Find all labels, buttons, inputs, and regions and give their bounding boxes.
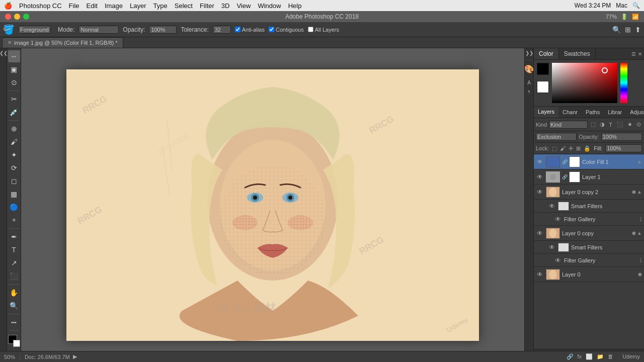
pen-tool[interactable]: ✒: [8, 231, 20, 243]
lock-artboard-icon[interactable]: ⊞: [576, 145, 581, 152]
more-tools[interactable]: •••: [8, 316, 20, 328]
search-icon[interactable]: 🔍: [612, 26, 621, 34]
menu-view[interactable]: View: [236, 2, 251, 10]
eyedropper-tool[interactable]: 💉: [8, 106, 20, 118]
menu-help[interactable]: Help: [288, 2, 302, 10]
statusbar-icon-5[interactable]: 🗑: [608, 353, 613, 360]
contiguous-label[interactable]: Contiguous: [269, 27, 304, 33]
statusbar-icon-4[interactable]: 📁: [597, 353, 604, 360]
blur-tool[interactable]: 🔵: [8, 201, 20, 213]
arrangement-icon[interactable]: ⊞: [625, 26, 631, 34]
tab-color[interactable]: Color: [534, 48, 559, 59]
lasso-tool[interactable]: ⊙: [8, 76, 20, 88]
paragraph-panel-icon[interactable]: ¶: [528, 89, 530, 94]
gradient-tool[interactable]: ▦: [8, 188, 20, 200]
share-icon[interactable]: ⬆: [635, 26, 641, 34]
tab-paths[interactable]: Paths: [582, 107, 604, 117]
layer-0-copy-2[interactable]: 👁 Layer 0 copy 2 ⬢ ▲: [534, 185, 644, 200]
color-panel-icon[interactable]: 🎨: [524, 64, 534, 74]
apple-menu[interactable]: 🍎: [4, 2, 12, 10]
opacity-select[interactable]: 100%: [149, 26, 177, 34]
color-picker[interactable]: [8, 335, 20, 347]
lock-position-icon[interactable]: ✛: [569, 145, 573, 152]
shape-filter-icon[interactable]: ⬛: [615, 120, 624, 129]
layer-visibility-0-copy[interactable]: 👁: [536, 230, 544, 237]
kind-select[interactable]: Kind: [549, 121, 588, 129]
tool-options-icon[interactable]: 🪣: [3, 24, 14, 35]
clone-tool[interactable]: ✦: [8, 149, 20, 161]
anti-alias-label[interactable]: Anti-alias: [235, 27, 265, 33]
statusbar-icon-1[interactable]: 🔗: [567, 353, 574, 360]
layer-visibility-color-fill-1[interactable]: 👁: [536, 158, 544, 165]
text-tool[interactable]: T: [8, 244, 20, 256]
tolerance-input[interactable]: [213, 26, 231, 34]
all-layers-label[interactable]: All Layers: [308, 27, 339, 33]
blend-mode-select[interactable]: Exclusion: [536, 133, 577, 141]
document-tab[interactable]: ✕ image 1.jpg @ 50% (Color Fill 1, RGB/8…: [2, 37, 123, 48]
foreground-dropdown[interactable]: Foreground: [18, 26, 51, 34]
filter-gallery-eye-1[interactable]: 👁: [554, 216, 562, 223]
tab-library[interactable]: Librar: [604, 107, 626, 117]
maximize-button[interactable]: [23, 14, 29, 20]
menu-filter[interactable]: Filter: [200, 2, 214, 10]
background-swatch[interactable]: [537, 81, 549, 93]
layer-visibility-0-copy-2[interactable]: 👁: [536, 189, 544, 196]
menu-window[interactable]: Window: [258, 2, 281, 10]
color-gradient-picker[interactable]: [552, 63, 617, 103]
status-arrow[interactable]: ▶: [73, 353, 77, 360]
minimize-button[interactable]: [14, 14, 20, 20]
tab-close-icon[interactable]: ✕: [8, 40, 12, 45]
text-panel-icon[interactable]: A: [527, 80, 531, 85]
layer-0-copy-2-collapse[interactable]: ▲: [637, 189, 642, 195]
pixel-filter-icon[interactable]: ⬚: [590, 120, 597, 129]
smart-filters-0-copy-2-eye[interactable]: 👁: [548, 203, 556, 210]
all-layers-checkbox[interactable]: [308, 27, 313, 32]
background-color-swatch[interactable]: [13, 340, 20, 347]
layer-0[interactable]: 👁 Layer 0 ⬢: [534, 267, 644, 282]
statusbar-icon-2[interactable]: fx: [578, 353, 582, 360]
move-tool[interactable]: ↔: [8, 50, 20, 62]
tab-layers[interactable]: Layers: [534, 107, 558, 118]
menu-image[interactable]: Image: [105, 2, 123, 10]
eraser-tool[interactable]: ◻: [8, 175, 20, 187]
layer-visibility-0[interactable]: 👁: [536, 271, 544, 278]
healing-tool[interactable]: ⊕: [8, 123, 20, 135]
menu-layer[interactable]: Layer: [130, 2, 146, 10]
layer-0-copy[interactable]: 👁 Layer 0 copy ⬢ ▲: [534, 226, 644, 241]
filter-gallery-eye-2[interactable]: 👁: [554, 257, 562, 264]
brush-tool[interactable]: 🖌: [8, 136, 20, 148]
adjust-filter-icon[interactable]: ◑: [599, 120, 606, 129]
menu-type[interactable]: Type: [153, 2, 168, 10]
layer-color-fill-1[interactable]: 👁 🔗 Color Fill 1 ▲: [534, 154, 644, 169]
tab-channels[interactable]: Chanr: [558, 107, 582, 117]
zoom-tool[interactable]: 🔍: [8, 300, 20, 312]
smart-filters-0-copy[interactable]: 👁 Smart Filters: [534, 241, 644, 254]
tab-adjust[interactable]: Adjust: [626, 107, 644, 117]
mode-select[interactable]: Normal: [78, 26, 119, 34]
crop-tool[interactable]: ✂: [8, 93, 20, 105]
lock-all-icon[interactable]: 🔒: [584, 145, 591, 152]
filter-toggle-icon[interactable]: ⊙: [635, 120, 642, 129]
layer-visibility-1[interactable]: 👁: [536, 173, 544, 180]
statusbar-icon-3[interactable]: ⬜: [586, 353, 593, 360]
menu-file[interactable]: File: [69, 2, 79, 10]
tab-swatches[interactable]: Swatches: [559, 48, 596, 59]
search-icon[interactable]: 🔍: [632, 2, 640, 9]
type-filter-icon[interactable]: T: [608, 121, 613, 129]
smart-filters-0-copy-eye[interactable]: 👁: [548, 244, 556, 251]
close-button[interactable]: [5, 14, 11, 20]
smart-filter-icon[interactable]: ★: [626, 120, 633, 129]
panel-close-icon[interactable]: ✕: [638, 51, 642, 57]
layer-collapse-icon[interactable]: ▲: [637, 159, 642, 164]
lock-transparency-icon[interactable]: ⬚: [552, 145, 557, 152]
panel-toggle-icon[interactable]: ❯❯: [525, 50, 533, 56]
contiguous-checkbox[interactable]: [269, 27, 274, 32]
filter-gallery-0-copy-2[interactable]: 👁 Filter Gallery ⤵: [534, 213, 644, 226]
panel-menu-icon[interactable]: ☰: [631, 51, 636, 57]
layer-1[interactable]: 👁 🔗 Layer 1: [534, 169, 644, 185]
menu-edit[interactable]: Edit: [87, 2, 98, 10]
opacity-select[interactable]: 100%: [601, 133, 642, 141]
left-panel-toggle[interactable]: ❮❮: [0, 48, 7, 362]
dodge-tool[interactable]: ⚬: [8, 214, 20, 226]
color-spectrum[interactable]: [620, 63, 627, 103]
